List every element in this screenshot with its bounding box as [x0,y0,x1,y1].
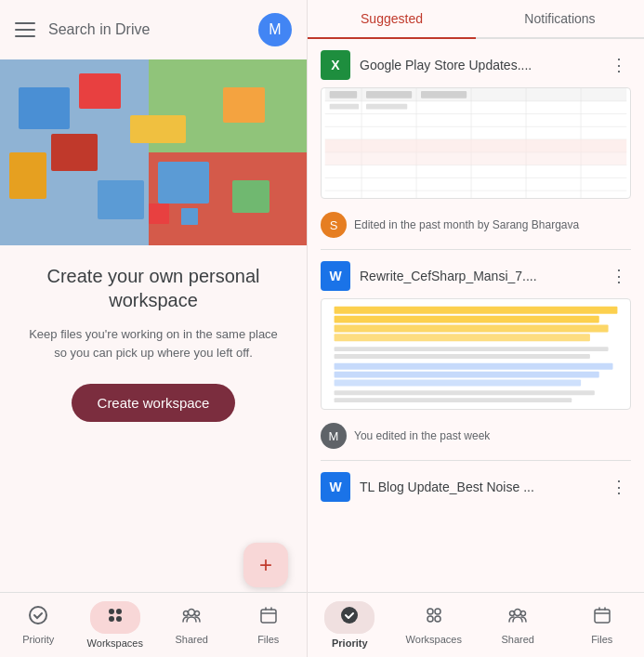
edited-info-1: S Edited in the past month by Sarang Bha… [321,206,631,249]
right-nav-shared[interactable]: Shared [476,593,560,657]
svg-rect-55 [335,380,582,387]
edited-info-2: M You edited in the past week [321,417,631,460]
right-panel: Suggested Notifications X Google Play St… [307,0,644,657]
left-header: Search in Drive M [0,0,307,59]
svg-rect-39 [325,139,627,152]
left-bottom-nav: Priority Workspaces [0,592,307,657]
left-nav-workspaces-label: Workspaces [87,637,143,649]
svg-point-15 [30,607,46,624]
svg-rect-9 [158,162,209,204]
file-name-1: Google Play Store Updates.... [360,58,598,72]
svg-point-20 [189,610,195,616]
shared-icon [181,605,202,630]
svg-point-18 [109,616,114,622]
right-file-list: X Google Play Store Updates.... ⋮ [308,39,644,592]
right-tabs: Suggested Notifications [308,0,644,39]
plus-icon: + [259,552,272,578]
workspace-content: Create your own personal workspace Keep … [0,245,307,440]
svg-point-65 [521,611,526,616]
svg-rect-13 [149,204,169,224]
tab-suggested[interactable]: Suggested [308,0,476,37]
right-workspaces-icon-wrap [424,605,444,630]
right-nav-priority[interactable]: Priority [308,593,392,657]
file-preview-1[interactable] [321,87,631,199]
svg-rect-49 [335,325,609,333]
search-bar[interactable]: Search in Drive [48,21,247,38]
svg-point-61 [427,616,433,622]
svg-point-58 [341,607,358,624]
hamburger-icon[interactable] [15,20,35,40]
right-nav-files-label: Files [591,634,612,645]
svg-rect-52 [335,354,590,359]
create-workspace-button[interactable]: Create workspace [72,384,236,422]
svg-point-63 [515,610,521,616]
docs-icon-2: W [321,261,350,291]
left-nav-workspaces[interactable]: Workspaces [77,593,154,657]
more-options-1[interactable]: ⋮ [607,51,631,79]
left-nav-shared-label: Shared [176,634,208,645]
svg-rect-56 [335,390,595,395]
left-nav-files[interactable]: Files [230,593,308,657]
right-files-icon-wrap [592,605,612,630]
more-options-2[interactable]: ⋮ [607,262,631,290]
file-item-3: W TL Blog Update_Best Noise ... ⋮ [308,461,644,502]
svg-point-17 [116,609,122,614]
svg-rect-41 [330,91,358,99]
svg-rect-40 [325,152,627,165]
right-nav-shared-label: Shared [502,634,534,645]
right-priority-icon [339,605,360,630]
workspace-description: Keep files you're working on in the same… [28,325,279,361]
file-header-3: W TL Blog Update_Best Noise ... ⋮ [321,472,631,502]
svg-rect-50 [335,334,590,341]
file-preview-2[interactable] [321,298,631,410]
workspaces-icon [105,605,125,630]
svg-point-60 [435,609,440,614]
more-options-3[interactable]: ⋮ [607,473,631,501]
priority-icon [28,605,48,630]
search-placeholder: Search in Drive [48,21,150,38]
right-nav-workspaces[interactable]: Workspaces [392,593,477,657]
right-shared-icon-wrap [507,605,528,630]
right-nav-priority-label: Priority [332,637,368,649]
svg-rect-4 [19,87,70,129]
right-bottom-nav: Priority Workspaces [308,592,644,657]
svg-point-21 [184,611,189,616]
files-icon [258,605,279,630]
edited-text-1: Edited in the past month by Sarang Bharg… [354,218,579,231]
svg-rect-12 [98,180,144,219]
svg-rect-53 [335,363,613,370]
right-priority-icon-wrap [324,601,375,634]
svg-rect-48 [335,316,599,323]
file-name-2: Rewrite_CefSharp_Mansi_7.... [360,269,598,283]
svg-point-16 [109,609,114,614]
svg-rect-54 [335,372,599,378]
svg-point-62 [435,616,440,622]
right-nav-workspaces-label: Workspaces [406,634,462,645]
file-item-1: X Google Play Store Updates.... ⋮ [308,39,644,249]
left-nav-priority[interactable]: Priority [0,593,77,657]
workspace-title: Create your own personal workspace [28,264,279,312]
svg-rect-14 [181,208,198,225]
svg-rect-23 [261,610,276,623]
tab-notifications[interactable]: Notifications [476,0,644,37]
svg-rect-47 [335,307,618,314]
svg-rect-8 [130,115,186,143]
left-nav-shared[interactable]: Shared [153,593,230,657]
right-nav-files[interactable]: Files [560,593,645,657]
svg-rect-5 [79,73,121,109]
svg-rect-45 [366,104,407,110]
svg-rect-42 [366,91,412,99]
svg-point-19 [116,616,122,622]
avatar[interactable]: M [258,13,292,46]
left-nav-files-label: Files [257,634,279,645]
workspaces-icon-bg [90,601,140,634]
svg-point-22 [195,611,200,616]
docs-icon-3: W [321,472,350,502]
svg-rect-10 [223,87,265,123]
fab-button[interactable]: + [243,543,288,587]
svg-rect-7 [9,152,46,199]
right-shared-icon [507,605,528,630]
editor-avatar-2: M [321,423,347,449]
svg-point-64 [510,611,515,616]
editor-avatar-1: S [321,212,347,238]
